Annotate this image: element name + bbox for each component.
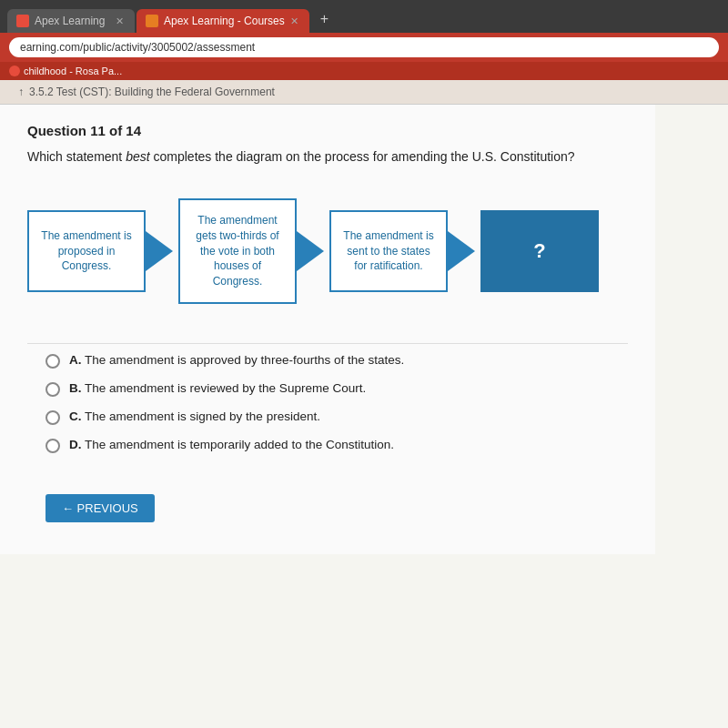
question-text: Which statement best completes the diagr… [27, 147, 628, 167]
browser-chrome: Apex Learning ✕ Apex Learning - Courses … [0, 0, 728, 80]
tab-label-1: Apex Learning [35, 15, 105, 27]
breadcrumb-icon: ↑ [18, 86, 24, 98]
answer-choices: A. The amendment is approved by three-fo… [27, 353, 628, 453]
tab-favicon-2 [146, 15, 158, 27]
diagram-box-4: ? [480, 210, 599, 292]
bottom-nav: ← PREVIOUS [27, 480, 628, 536]
breadcrumb-text: 3.5.2 Test (CST): Building the Federal G… [29, 86, 275, 98]
question-text-italic: best [126, 149, 149, 164]
answer-label-b: B. The amendment is reviewed by the Supr… [69, 381, 366, 395]
main-content: Question 11 of 14 Which statement best c… [0, 105, 655, 554]
radio-a[interactable] [46, 354, 60, 369]
answer-label-c: C. The amendment is signed by the presid… [69, 410, 320, 423]
tab-apex-learning[interactable]: Apex Learning ✕ [7, 9, 135, 33]
tab-close-1[interactable]: ✕ [116, 15, 124, 27]
process-diagram: The amendment is proposed in Congress. T… [27, 185, 628, 318]
page-content: ↑ 3.5.2 Test (CST): Building the Federal… [0, 80, 728, 728]
new-tab-button[interactable]: + [311, 5, 338, 33]
tab-label-2: Apex Learning - Courses [164, 15, 285, 27]
radio-d[interactable] [46, 439, 60, 453]
answer-label-d: D. The amendment is temporarily added to… [69, 438, 394, 451]
answer-choice-c[interactable]: C. The amendment is signed by the presid… [46, 410, 628, 425]
tab-apex-learning-courses[interactable]: Apex Learning - Courses ✕ [136, 9, 309, 33]
bookmark-childhood[interactable]: childhood - Rosa Pa... [9, 66, 122, 76]
address-bar: earning.com/public/activity/3005002/asse… [0, 33, 728, 62]
tab-favicon-1 [16, 15, 29, 27]
answer-choice-a[interactable]: A. The amendment is approved by three-fo… [46, 353, 628, 369]
previous-button[interactable]: ← PREVIOUS [46, 494, 155, 522]
question-text-part1: Which statement [27, 149, 126, 164]
question-header: Question 11 of 14 [27, 123, 628, 138]
diagram-box-1: The amendment is proposed in Congress. [27, 210, 146, 292]
answer-label-a: A. The amendment is approved by three-fo… [69, 353, 404, 367]
bookmark-label: childhood - Rosa Pa... [24, 66, 122, 76]
answer-choice-b[interactable]: B. The amendment is reviewed by the Supr… [46, 381, 628, 397]
diagram-box-3: The amendment is sent to the states for … [329, 210, 448, 292]
top-bar: ↑ 3.5.2 Test (CST): Building the Federal… [0, 80, 728, 105]
url-display[interactable]: earning.com/public/activity/3005002/asse… [9, 37, 719, 57]
answer-choice-d[interactable]: D. The amendment is temporarily added to… [46, 438, 628, 453]
breadcrumb: ↑ 3.5.2 Test (CST): Building the Federal… [18, 86, 710, 98]
bookmark-bar: childhood - Rosa Pa... [0, 62, 728, 80]
tab-bar: Apex Learning ✕ Apex Learning - Courses … [0, 0, 728, 33]
diagram-box-2: The amendment gets two-thirds of the vot… [178, 198, 297, 304]
question-text-part2: completes the diagram on the process for… [150, 149, 575, 164]
radio-b[interactable] [46, 382, 60, 397]
radio-c[interactable] [46, 410, 60, 425]
divider [27, 343, 628, 344]
bookmark-icon [9, 66, 20, 76]
tab-close-2[interactable]: ✕ [290, 15, 298, 27]
